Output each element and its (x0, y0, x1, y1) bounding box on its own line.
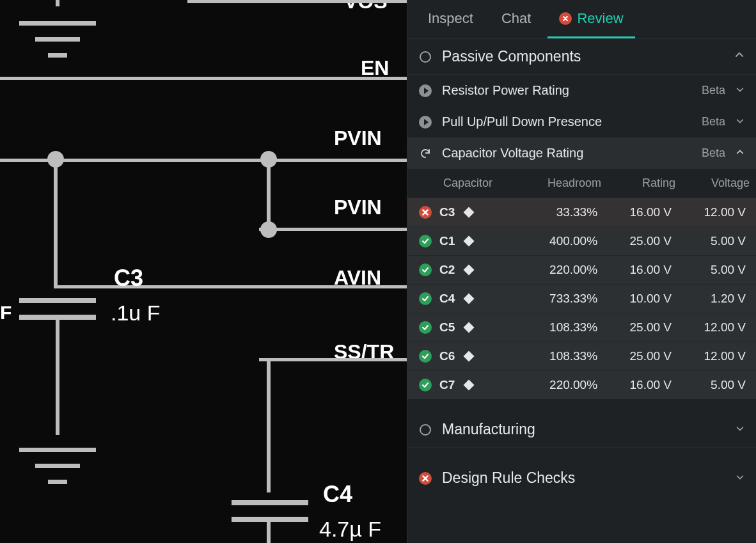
check-icon (419, 235, 432, 248)
check-icon (419, 321, 432, 334)
rule-label: Capacitor Voltage Rating (442, 146, 691, 161)
wire (187, 0, 407, 3)
junction-dot (47, 151, 64, 168)
tab-inspect[interactable]: Inspect (416, 0, 485, 38)
check-icon (419, 292, 432, 305)
capacitor-cell: C6 (407, 342, 523, 370)
error-icon (559, 12, 572, 25)
gnd-bar (19, 448, 96, 452)
rule-capacitor-voltage-rating[interactable]: Capacitor Voltage Rating Beta (407, 138, 756, 169)
beta-badge: Beta (702, 115, 725, 129)
headroom-cell: 108.33% (523, 342, 608, 371)
rating-cell: 25.00 V (608, 227, 682, 256)
wire (259, 358, 407, 361)
rating-cell: 16.00 V (608, 198, 682, 227)
play-icon (419, 116, 432, 129)
capacitor-cell: C3 (407, 198, 523, 226)
tab-chat[interactable]: Chat (490, 0, 542, 38)
cap-plate (232, 517, 308, 522)
capacitor-cell: C1 (407, 227, 523, 255)
rating-cell: 25.00 V (608, 342, 682, 371)
gnd-bar (19, 21, 96, 26)
cap-plate (232, 500, 308, 505)
tab-review[interactable]: Review (547, 0, 634, 38)
c3-value: .1u F (111, 301, 160, 326)
wire (54, 159, 58, 287)
capacitor-cell: C4 (407, 285, 523, 313)
pin-pvin-1: PVIN (334, 127, 382, 150)
diamond-icon (464, 294, 475, 304)
wire (56, 0, 59, 6)
table-row[interactable]: C1400.00%25.00 V5.00 V (407, 227, 756, 256)
section-passive-components[interactable]: Passive Components (407, 39, 756, 75)
pin-pvin-2: PVIN (334, 196, 382, 219)
section-design-rule-checks[interactable]: Design Rule Checks (407, 460, 756, 496)
chevron-down-icon (736, 471, 744, 485)
status-empty-icon (419, 51, 432, 63)
section-manufacturing[interactable]: Manufacturing (407, 412, 756, 448)
voltage-cell: 5.00 V (682, 227, 756, 256)
diamond-icon (464, 207, 475, 218)
beta-badge: Beta (702, 84, 725, 97)
voltage-cell: 12.00 V (682, 342, 756, 371)
diamond-icon (464, 265, 475, 276)
headroom-cell: 220.00% (523, 256, 608, 285)
voltage-cell: 12.00 V (682, 198, 756, 227)
chevron-up-icon (734, 50, 744, 63)
capacitor-cell: C7 (407, 371, 523, 399)
c3-ref: C3 (114, 265, 143, 292)
schematic-canvas[interactable]: VOS EN PVIN PVIN AVIN SS/TR C3 .1u F F C… (0, 0, 407, 543)
rating-cell: 16.00 V (608, 256, 682, 285)
col-rating[interactable]: Rating (608, 169, 682, 198)
voltage-cell: 12.00 V (682, 313, 756, 342)
rule-resistor-power-rating[interactable]: Resistor Power Rating Beta (407, 75, 756, 106)
play-icon (419, 84, 432, 97)
table-row[interactable]: C333.33%16.00 V12.00 V (407, 198, 756, 227)
panel-tabs: Inspect Chat Review (407, 0, 756, 38)
error-icon (419, 206, 432, 219)
capacitor-name: C5 (439, 320, 455, 334)
headroom-cell: 733.33% (523, 285, 608, 313)
status-empty-icon (419, 423, 432, 436)
wire (267, 358, 271, 492)
headroom-cell: 108.33% (523, 313, 608, 342)
capacitor-name: C3 (439, 205, 455, 219)
capacitor-name: C1 (439, 234, 455, 248)
section-title: Manufacturing (442, 421, 725, 438)
headroom-cell: 400.00% (523, 227, 608, 256)
voltage-cell: 5.00 V (682, 256, 756, 285)
chevron-down-icon (736, 423, 744, 436)
diamond-icon (464, 380, 475, 391)
unit-f: F (0, 302, 12, 324)
capacitor-name: C6 (439, 349, 455, 363)
diamond-icon (464, 236, 475, 247)
col-capacitor[interactable]: Capacitor (407, 169, 523, 198)
capacitor-cell: C2 (407, 256, 523, 284)
rule-label: Pull Up/Pull Down Presence (442, 114, 691, 129)
capacitor-voltage-table: Capacitor Headroom Rating Voltage C333.3… (407, 169, 756, 399)
section-title: Passive Components (442, 48, 724, 65)
table-row[interactable]: C7220.00%16.00 V5.00 V (407, 371, 756, 400)
col-voltage[interactable]: Voltage (682, 169, 756, 198)
table-row[interactable]: C6108.33%25.00 V12.00 V (407, 342, 756, 371)
table-row[interactable]: C2220.00%16.00 V5.00 V (407, 256, 756, 285)
review-panel: Inspect Chat Review Passive Components R… (407, 0, 756, 543)
headroom-cell: 33.33% (523, 198, 608, 227)
capacitor-name: C2 (439, 263, 455, 277)
panel-body: Passive Components Resistor Power Rating… (407, 38, 756, 543)
c4-ref: C4 (323, 481, 352, 508)
table-row[interactable]: C4733.33%10.00 V1.20 V (407, 285, 756, 313)
section-title: Design Rule Checks (442, 469, 725, 487)
voltage-cell: 1.20 V (682, 285, 756, 313)
cap-plate (19, 315, 96, 320)
chevron-down-icon (736, 85, 744, 97)
gnd-bar (48, 480, 67, 484)
voltage-cell: 5.00 V (682, 371, 756, 400)
capacitor-cell: C5 (407, 313, 523, 342)
junction-dot (260, 221, 277, 238)
table-row[interactable]: C5108.33%25.00 V12.00 V (407, 313, 756, 342)
rule-pullup-pulldown[interactable]: Pull Up/Pull Down Presence Beta (407, 106, 756, 138)
gnd-bar (35, 464, 80, 468)
wire (259, 228, 407, 231)
col-headroom[interactable]: Headroom (523, 169, 608, 198)
